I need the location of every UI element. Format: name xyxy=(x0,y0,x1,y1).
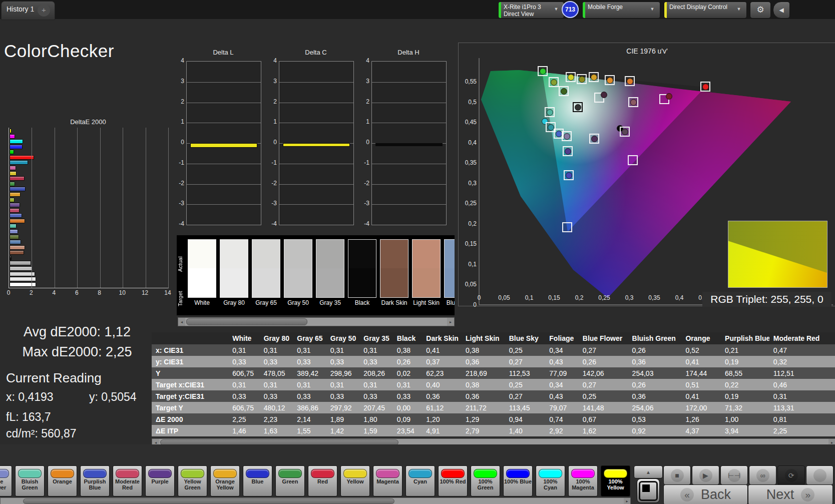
gridline xyxy=(372,204,446,205)
chevron-down-icon[interactable]: ▼ xyxy=(735,7,743,14)
table-cell: 254,03 xyxy=(628,367,682,379)
axis-tick-label: -1 xyxy=(172,159,184,166)
refresh-button[interactable]: ⟳ xyxy=(777,465,805,485)
tab-history-1[interactable]: History 1 xyxy=(7,5,34,13)
play-button[interactable]: ▶ xyxy=(692,465,719,485)
pattern-button-magenta[interactable]: Magenta xyxy=(373,465,402,496)
table-cell: 0,27 xyxy=(579,379,628,390)
max-de2000-readout: Max dE2000: 2,25 xyxy=(4,344,150,360)
frame-step-icon: ⊢⊣ xyxy=(728,469,741,482)
scrollbar-thumb[interactable] xyxy=(23,498,394,504)
next-button[interactable]: Next » xyxy=(748,484,833,504)
pattern-button-purplish-blue[interactable]: Purplish Blue xyxy=(80,465,110,496)
swatch-gray-65 xyxy=(252,239,280,298)
display-control-dropdown[interactable]: Direct Display Control ▼ xyxy=(664,2,747,19)
pattern-window-button[interactable] xyxy=(637,478,660,503)
table-cell: 0,40 xyxy=(422,379,462,390)
deltae2000-bar-100-magenta xyxy=(10,134,15,139)
scrollbar-thumb[interactable] xyxy=(186,318,307,325)
deltae2000-bar-gray-65 xyxy=(10,272,35,276)
rgb-triplet-readout: RGB Triplet: 255, 255, 0 xyxy=(702,292,831,307)
pattern-color-swatch xyxy=(441,469,465,478)
pattern-button-green[interactable]: Green xyxy=(275,465,305,496)
table-cell: 0,27 xyxy=(505,356,546,367)
frame-step-button[interactable]: ⊢⊣ xyxy=(720,465,748,485)
pattern-button-100-green[interactable]: 100% Green xyxy=(471,465,500,496)
table-cell: 0,43 xyxy=(545,390,579,402)
pattern-button-red[interactable]: Red xyxy=(308,465,337,496)
back-button[interactable]: « Back xyxy=(663,484,748,504)
axis-tick-label: -4 xyxy=(172,220,184,227)
pattern-button-bluish-green[interactable]: Bluish Green xyxy=(15,465,45,496)
table-cell: 0,41 xyxy=(422,344,462,356)
table-cell: 0,31 xyxy=(326,344,360,356)
axis-tick-label: 2 xyxy=(172,98,184,105)
table-row: y: CIE310,330,330,330,330,330,260,370,36… xyxy=(152,356,835,367)
table-row: ΔE ITP1,461,631,551,421,5923,544,912,791… xyxy=(152,425,835,436)
table-cell: 142,06 xyxy=(579,367,628,379)
scroll-right-arrow[interactable]: ▸ xyxy=(624,498,630,504)
pattern-button-moderate-red[interactable]: Moderate Red xyxy=(113,465,142,496)
table-row-label: ΔE ITP xyxy=(152,425,228,436)
scroll-right-arrow[interactable]: ▸ xyxy=(447,318,454,326)
pattern-button-label: Magenta xyxy=(373,478,402,484)
table-cell: 0,47 xyxy=(769,344,835,356)
table-cell: 0,43 xyxy=(545,356,579,367)
pattern-button-cyan[interactable]: Cyan xyxy=(405,465,435,496)
table-cell: 0,02 xyxy=(393,367,422,379)
pattern-button-blue[interactable]: Blue xyxy=(243,465,272,496)
axis-tick-label: -3 xyxy=(265,200,277,207)
settings-button[interactable]: ⚙ xyxy=(750,2,771,19)
new-tab-button[interactable]: + xyxy=(38,4,50,17)
table-column-header: Bluish Green xyxy=(628,332,682,344)
table-column-header: Foliage xyxy=(545,332,579,344)
table-cell: 141,48 xyxy=(579,402,628,413)
table-cell: 4,91 xyxy=(422,425,462,436)
chevron-down-icon[interactable]: ▼ xyxy=(552,7,560,14)
deltae2000-bar-yellow xyxy=(10,171,17,176)
delta-chart-title: Delta L xyxy=(186,49,260,56)
meter-count-badge: 713 xyxy=(562,1,579,18)
pattern-button-blue-flower[interactable]: Blue Flower xyxy=(0,465,12,496)
cie-measured-point xyxy=(568,74,574,81)
pattern-button-yellow[interactable]: Yellow xyxy=(340,465,370,496)
pattern-button-100-yellow[interactable]: 100% Yellow xyxy=(601,465,630,496)
pattern-button-100-magenta[interactable]: 100% Magenta xyxy=(568,465,598,496)
pattern-button-orange-yellow[interactable]: Orange Yellow xyxy=(210,465,240,496)
swatch-actual xyxy=(188,240,216,268)
pattern-list-up-button[interactable]: ▲ xyxy=(634,465,663,478)
pattern-button-purple[interactable]: Purple xyxy=(145,465,175,496)
table-cell: 3,94 xyxy=(721,425,769,436)
deltae2000-bar-red xyxy=(10,176,25,181)
pattern-button-label: Orange Yellow xyxy=(211,478,239,490)
table-cell: 478,05 xyxy=(260,367,293,379)
fl-readout: fL: 163,7 xyxy=(6,410,51,424)
pattern-row-scrollbar[interactable]: ▸ xyxy=(0,497,631,504)
table-cell: 0,34 xyxy=(545,379,579,390)
swatch-strip-scrollbar[interactable]: ◂ ▸ xyxy=(178,317,455,326)
pattern-button-100-blue[interactable]: 100% Blue xyxy=(503,465,533,496)
pattern-button-yellow-green[interactable]: Yellow Green xyxy=(178,465,207,496)
deltae2000-bar-blue-sky xyxy=(10,240,21,244)
gridline xyxy=(279,103,353,103)
deltae2000-bar-orange xyxy=(10,219,25,223)
table-cell: 2,79 xyxy=(462,425,505,436)
delta-chart-delta-c xyxy=(279,61,354,225)
pattern-button-100-cyan[interactable]: 100% Cyan xyxy=(536,465,565,496)
table-cell: 0,31 xyxy=(359,379,393,390)
chevron-down-icon[interactable]: ▼ xyxy=(648,7,656,14)
deltae2000-bar-100-red xyxy=(10,155,34,160)
meter-dropdown[interactable]: X-Rite i1Pro 3Direct View ▼ xyxy=(498,2,564,19)
table-column-header xyxy=(152,332,228,344)
pattern-button-100-red[interactable]: 100% Red xyxy=(438,465,468,496)
stop-button[interactable]: ■ xyxy=(663,465,691,485)
source-dropdown[interactable]: Mobile Forge ▼ xyxy=(582,2,660,19)
table-cell: 0,26 xyxy=(393,356,422,367)
collapse-panel-button[interactable]: ◀ xyxy=(773,2,790,19)
cie-measured-point xyxy=(561,88,567,95)
scroll-left-arrow[interactable]: ◂ xyxy=(178,318,185,326)
pattern-button-orange[interactable]: Orange xyxy=(48,465,77,496)
extra-button[interactable] xyxy=(806,465,833,485)
table-cell: 0,74 xyxy=(545,413,579,425)
loop-button[interactable]: ∞ xyxy=(749,465,776,485)
